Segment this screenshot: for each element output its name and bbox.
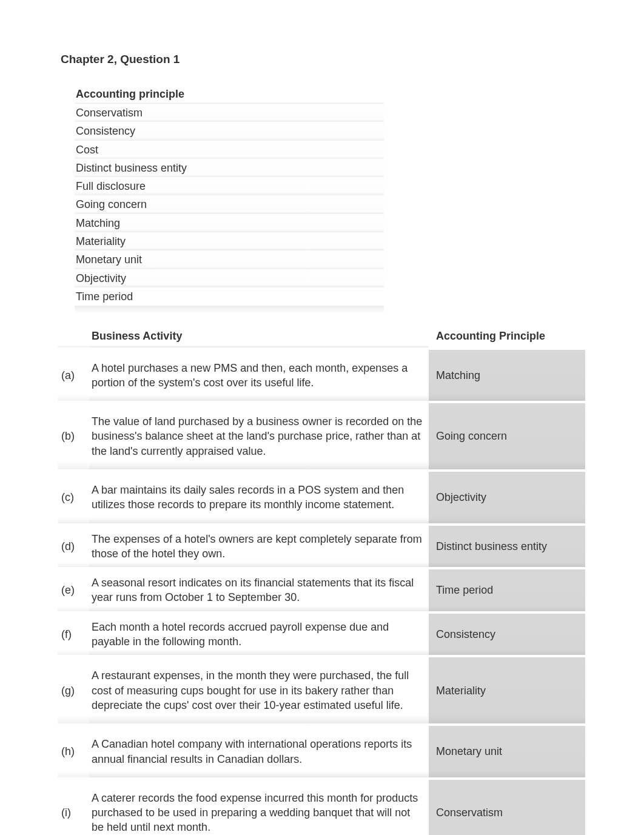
row-principle: Monetary unit xyxy=(429,726,585,777)
row-activity: A restaurant expenses, in the month they… xyxy=(89,657,429,723)
row-activity: The value of land purchased by a busines… xyxy=(89,403,429,469)
row-principle: Time period xyxy=(429,569,585,611)
row-activity: A bar maintains its daily sales records … xyxy=(89,472,429,523)
row-principle: Going concern xyxy=(429,403,585,469)
row-principle: Distinct business entity xyxy=(429,526,585,568)
table-row: (b) The value of land purchased by a bus… xyxy=(58,403,585,469)
row-activity: The expenses of a hotel's owners are kep… xyxy=(89,526,429,568)
row-label: (f) xyxy=(58,614,89,656)
row-label: (e) xyxy=(58,569,89,611)
table-header-row: Business Activity Accounting Principle xyxy=(58,325,585,347)
principle-item: Going concern xyxy=(75,195,384,213)
table-row: (a) A hotel purchases a new PMS and then… xyxy=(58,350,585,401)
row-principle: Consistency xyxy=(429,614,585,656)
principle-item: Consistency xyxy=(75,122,384,140)
row-label: (c) xyxy=(58,472,89,523)
principles-header: Accounting principle xyxy=(75,84,384,104)
row-principle: Matching xyxy=(429,350,585,401)
principle-item: Full disclosure xyxy=(75,177,384,195)
principle-item: Matching xyxy=(75,214,384,232)
row-label: (a) xyxy=(58,350,89,401)
principle-item: Materiality xyxy=(75,232,384,250)
table-row: (e) A seasonal resort indicates on its f… xyxy=(58,569,585,611)
principle-item: Time period xyxy=(75,287,384,306)
page-title: Chapter 2, Question 1 xyxy=(61,52,586,67)
principle-item: Conservatism xyxy=(75,104,384,122)
row-activity: A hotel purchases a new PMS and then, ea… xyxy=(89,350,429,401)
table-row: (c) A bar maintains its daily sales reco… xyxy=(58,472,585,523)
principle-item: Cost xyxy=(75,141,384,159)
row-label: (i) xyxy=(58,780,89,835)
principle-item: Monetary unit xyxy=(75,250,384,269)
row-label: (h) xyxy=(58,726,89,777)
header-label-blank xyxy=(58,325,89,347)
row-principle: Objectivity xyxy=(429,472,585,523)
principle-item: Distinct business entity xyxy=(75,159,384,177)
row-principle: Conservatism xyxy=(429,780,585,835)
table-row: (d) The expenses of a hotel's owners are… xyxy=(58,526,585,568)
row-label: (g) xyxy=(58,657,89,723)
table-row: (g) A restaurant expenses, in the month … xyxy=(58,657,585,723)
row-activity: A seasonal resort indicates on its finan… xyxy=(89,569,429,611)
row-principle: Materiality xyxy=(429,657,585,723)
activity-table: Business Activity Accounting Principle (… xyxy=(58,325,585,835)
header-activity: Business Activity xyxy=(89,325,429,347)
row-label: (b) xyxy=(58,403,89,469)
row-activity: Each month a hotel records accrued payro… xyxy=(89,614,429,656)
table-row: (f) Each month a hotel records accrued p… xyxy=(58,614,585,656)
row-activity: A caterer records the food expense incur… xyxy=(89,780,429,835)
row-activity: A Canadian hotel company with internatio… xyxy=(89,726,429,777)
table-row: (i) A caterer records the food expense i… xyxy=(58,780,585,835)
table-row: (h) A Canadian hotel company with intern… xyxy=(58,726,585,777)
principle-item: Objectivity xyxy=(75,269,384,287)
row-label: (d) xyxy=(58,526,89,568)
header-principle: Accounting Principle xyxy=(429,325,585,347)
principles-list: Accounting principle Conservatism Consis… xyxy=(75,84,384,306)
